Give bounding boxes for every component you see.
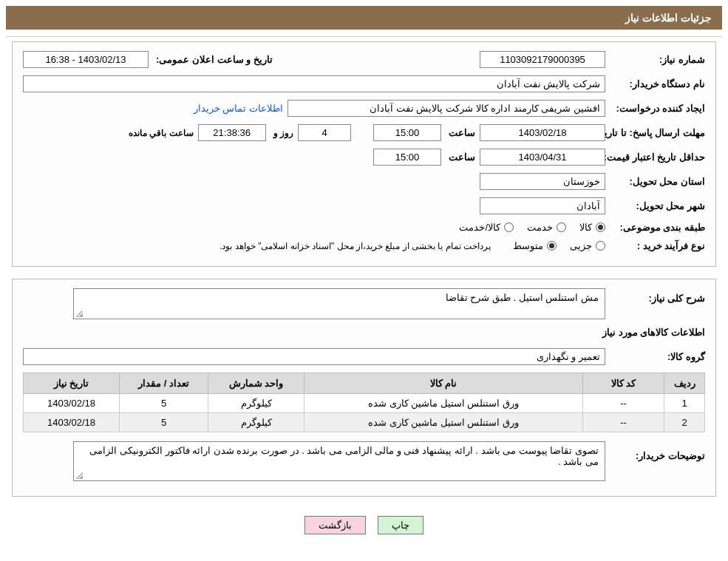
deadline-date: 1403/02/18 — [480, 124, 605, 141]
category-class-label: طبقه بندی موضوعی: — [613, 222, 705, 233]
divider — [6, 33, 722, 37]
buyer-org-label: نام دستگاه خریدار: — [613, 78, 705, 89]
group-value: تعمیر و نگهداری — [23, 348, 605, 365]
radio-small[interactable]: جزیی — [570, 240, 605, 251]
announce-value: 1403/02/13 - 16:38 — [23, 51, 149, 68]
announce-label: تاریخ و ساعت اعلان عمومی: — [156, 54, 273, 65]
items-table: ردیف کد کالا نام کالا واحد شمارش تعداد /… — [23, 373, 705, 432]
province-label: استان محل تحویل: — [613, 176, 705, 187]
requester-label: ایجاد کننده درخواست: — [613, 103, 705, 114]
col-unit: واحد شمارش — [208, 373, 305, 394]
price-valid-date: 1403/04/31 — [480, 149, 605, 166]
days-label: روز و — [273, 128, 293, 138]
resize-handle-icon[interactable] — [75, 310, 83, 317]
page-title-bar: جزئیات اطلاعات نیاز — [6, 6, 722, 30]
category-radio-group: کالا خدمت کالا/خدمت — [459, 222, 605, 233]
payment-note: پرداخت تمام یا بخشی از مبلغ خرید،از محل … — [220, 241, 491, 251]
need-no-label: شماره نیاز: — [613, 54, 705, 65]
col-code: کد کالا — [583, 373, 664, 394]
time-label-1: ساعت — [449, 127, 475, 138]
col-name: نام کالا — [305, 373, 583, 394]
province-value: خوزستان — [480, 173, 605, 190]
radio-both[interactable]: کالا/خدمت — [459, 222, 514, 233]
items-section-title: اطلاعات کالاهای مورد نیاز — [23, 327, 705, 338]
remaining-label: ساعت باقي مانده — [129, 128, 194, 138]
table-row: 2 -- ورق استنلس استیل ماشین کاری شده کیل… — [24, 413, 705, 432]
need-details-panel: شرح کلی نیاز: مش استنلس استیل . طبق شرح … — [12, 279, 716, 497]
summary-label: شرح کلی نیاز: — [613, 288, 705, 304]
print-button[interactable]: چاپ — [378, 516, 423, 534]
radio-goods[interactable]: کالا — [579, 222, 605, 233]
radio-service[interactable]: خدمت — [527, 222, 566, 233]
footer-actions: چاپ بازگشت — [6, 509, 722, 545]
radio-medium[interactable]: متوسط — [513, 240, 557, 251]
purchase-type-radio-group: جزیی متوسط — [513, 240, 605, 251]
col-qty: تعداد / مقدار — [120, 373, 208, 394]
summary-text: مش استنلس استیل . طبق شرح تقاضا — [73, 288, 605, 319]
need-info-panel: شماره نیاز: 1103092179000395 تاریخ و ساع… — [12, 41, 716, 267]
countdown: 21:38:36 — [198, 124, 266, 141]
days-remaining: 4 — [298, 124, 351, 141]
buyer-notes-text: تصوی تقاضا پیوست می باشد . ارائه پیشنهاد… — [73, 441, 605, 481]
need-no-value: 1103092179000395 — [480, 51, 605, 68]
city-label: شهر محل تحویل: — [613, 200, 705, 211]
price-valid-label: حداقل تاریخ اعتبار قیمت: تا تاریخ: — [613, 152, 705, 163]
page-title: جزئیات اطلاعات نیاز — [625, 12, 712, 24]
city-value: آبادان — [480, 197, 605, 214]
buyer-contact-link[interactable]: اطلاعات تماس خریدار — [194, 103, 283, 114]
back-button[interactable]: بازگشت — [305, 516, 366, 534]
table-row: 1 -- ورق استنلس استیل ماشین کاری شده کیل… — [24, 394, 705, 413]
deadline-label: مهلت ارسال پاسخ: تا تاریخ: — [613, 127, 705, 138]
group-label: گروه کالا: — [613, 351, 705, 362]
buyer-org-value: شرکت پالایش نفت آبادان — [23, 75, 605, 92]
deadline-time: 15:00 — [373, 124, 441, 141]
purchase-type-label: نوع فرآیند خرید : — [613, 240, 705, 251]
col-row: ردیف — [664, 373, 705, 394]
price-valid-time: 15:00 — [373, 149, 441, 166]
buyer-notes-label: توضیحات خریدار: — [613, 441, 705, 461]
time-label-2: ساعت — [449, 152, 475, 163]
col-date: تاریخ نیاز — [24, 373, 120, 394]
resize-handle-icon[interactable] — [75, 472, 83, 479]
requester-value: افشین شریفی کارمند اداره کالا شرکت پالای… — [288, 100, 605, 117]
